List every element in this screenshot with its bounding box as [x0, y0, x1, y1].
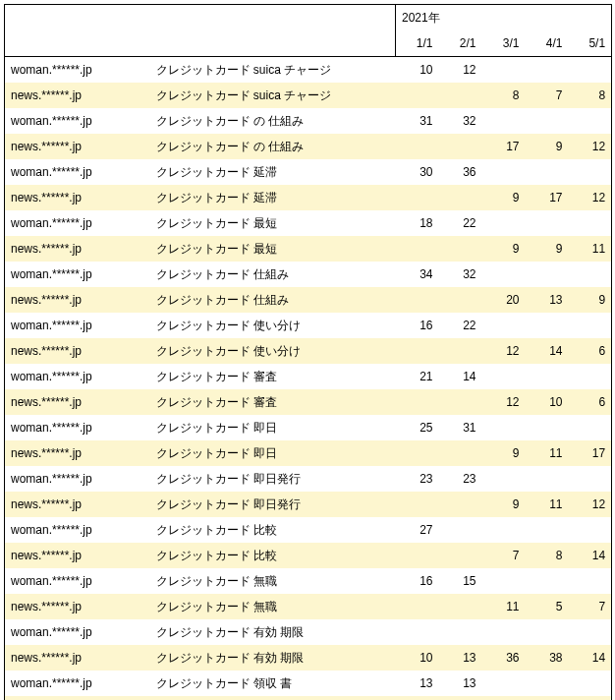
cell-value: 11	[569, 236, 612, 262]
cell-value: 7	[526, 83, 569, 108]
cell-value	[482, 57, 526, 84]
cell-keyword: クレジットカード 仕組み	[150, 287, 396, 313]
cell-domain: news.******.jp	[5, 134, 150, 159]
cell-value	[526, 364, 569, 389]
cell-domain: woman.******.jp	[5, 415, 150, 440]
cell-value: 22	[439, 210, 482, 236]
cell-value	[482, 568, 526, 594]
cell-value	[396, 389, 439, 415]
cell-domain: news.******.jp	[5, 440, 150, 466]
cell-value	[569, 568, 612, 594]
cell-value	[396, 696, 439, 700]
header-date: 2/1	[439, 30, 482, 57]
cell-value: 25	[396, 415, 439, 440]
cell-domain: news.******.jp	[5, 236, 150, 262]
cell-value	[439, 287, 482, 313]
cell-value	[439, 594, 482, 619]
cell-value	[526, 619, 569, 645]
table-row: woman.******.jpクレジットカード 有効 期限	[5, 619, 612, 645]
table-row: news.******.jpクレジットカード 無職1157	[5, 594, 612, 619]
cell-value: 9	[482, 440, 526, 466]
cell-value: 11	[526, 440, 569, 466]
cell-value	[482, 466, 526, 492]
cell-value	[526, 108, 569, 134]
cell-value	[482, 262, 526, 287]
cell-value: 9	[482, 236, 526, 262]
cell-value	[569, 364, 612, 389]
cell-value: 11	[526, 492, 569, 517]
cell-value	[396, 619, 439, 645]
cell-value	[569, 671, 612, 696]
cell-value: 22	[439, 313, 482, 338]
cell-domain: news.******.jp	[5, 287, 150, 313]
cell-value	[396, 287, 439, 313]
cell-value: 14	[569, 645, 612, 671]
cell-value: 12	[439, 57, 482, 84]
cell-value	[439, 543, 482, 568]
cell-value: 7	[569, 594, 612, 619]
cell-domain: news.******.jp	[5, 492, 150, 517]
cell-value	[482, 364, 526, 389]
cell-keyword: クレジットカード 即日	[150, 440, 396, 466]
cell-value: 15	[439, 568, 482, 594]
cell-domain: woman.******.jp	[5, 159, 150, 185]
header-date: 5/1	[569, 30, 612, 57]
table-row: woman.******.jpクレジットカード 即日2531	[5, 415, 612, 440]
cell-value	[439, 492, 482, 517]
cell-keyword: クレジットカード の 仕組み	[150, 108, 396, 134]
cell-domain: news.******.jp	[5, 389, 150, 415]
table-body: woman.******.jpクレジットカード suica チャージ1012ne…	[5, 57, 612, 701]
cell-value	[396, 236, 439, 262]
cell-value: 13	[439, 645, 482, 671]
cell-domain: woman.******.jp	[5, 364, 150, 389]
table-row: news.******.jpクレジットカード suica チャージ878	[5, 83, 612, 108]
cell-value	[439, 134, 482, 159]
table-row: woman.******.jpクレジットカード 仕組み3432	[5, 262, 612, 287]
cell-value	[439, 83, 482, 108]
cell-domain: woman.******.jp	[5, 210, 150, 236]
cell-domain: woman.******.jp	[5, 108, 150, 134]
cell-value: 10	[526, 696, 569, 700]
cell-value	[439, 517, 482, 543]
cell-value	[396, 83, 439, 108]
cell-value	[439, 619, 482, 645]
cell-value: 11	[482, 594, 526, 619]
cell-value	[439, 185, 482, 210]
table-row: woman.******.jpクレジットカード 即日発行2323	[5, 466, 612, 492]
cell-keyword: クレジットカード の 仕組み	[150, 134, 396, 159]
cell-value	[396, 594, 439, 619]
table-row: news.******.jpクレジットカード 延滞91712	[5, 185, 612, 210]
cell-keyword: クレジットカード suica チャージ	[150, 83, 396, 108]
cell-keyword: クレジットカード 領収 書	[150, 671, 396, 696]
cell-value: 12	[482, 338, 526, 364]
cell-value	[526, 210, 569, 236]
cell-value	[396, 134, 439, 159]
cell-domain: news.******.jp	[5, 543, 150, 568]
cell-value: 6	[569, 338, 612, 364]
cell-domain: news.******.jp	[5, 83, 150, 108]
cell-value	[482, 671, 526, 696]
cell-keyword: クレジットカード 審査	[150, 389, 396, 415]
cell-domain: news.******.jp	[5, 696, 150, 700]
cell-keyword: クレジットカード 即日発行	[150, 466, 396, 492]
table-row: news.******.jpクレジットカード 即日91117	[5, 440, 612, 466]
cell-value: 21	[396, 364, 439, 389]
cell-value: 10	[526, 389, 569, 415]
cell-value: 20	[482, 287, 526, 313]
table-row: woman.******.jpクレジットカード 最短1822	[5, 210, 612, 236]
cell-value: 30	[396, 159, 439, 185]
cell-keyword: クレジットカード 延滞	[150, 185, 396, 210]
cell-value	[439, 236, 482, 262]
header-date: 1/1	[396, 30, 439, 57]
cell-keyword: クレジットカード 無職	[150, 568, 396, 594]
cell-value: 14	[526, 338, 569, 364]
cell-value: 16	[396, 313, 439, 338]
cell-value	[526, 568, 569, 594]
cell-keyword: クレジットカード 最短	[150, 210, 396, 236]
cell-domain: woman.******.jp	[5, 619, 150, 645]
header-blank-2	[5, 30, 396, 57]
cell-keyword: クレジットカード 有効 期限	[150, 619, 396, 645]
cell-value	[569, 262, 612, 287]
cell-value: 9	[569, 287, 612, 313]
cell-value: 13	[439, 671, 482, 696]
